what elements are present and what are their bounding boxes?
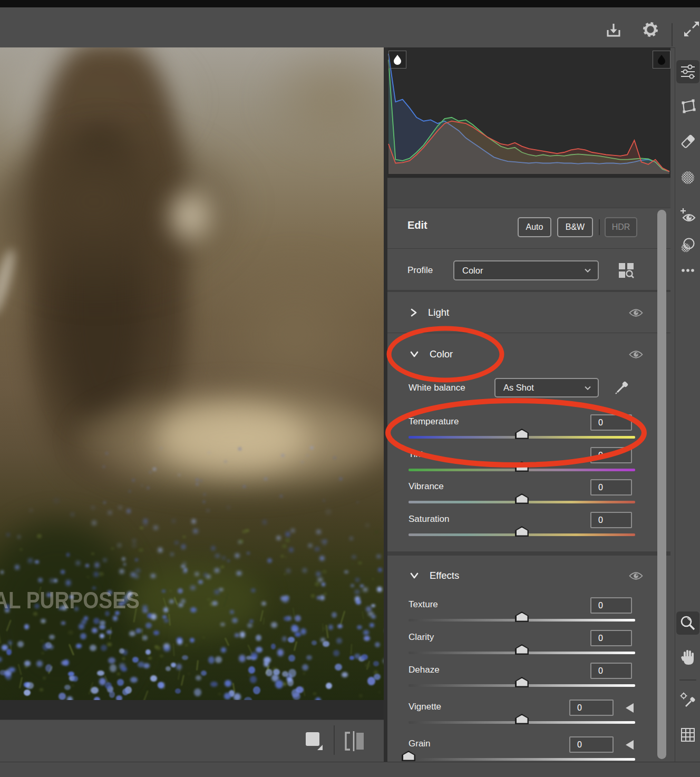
photo-speck [18,677,22,688]
section-gap [387,290,670,292]
hdr-button[interactable]: HDR [605,217,637,237]
photo-speck [8,640,13,645]
vibrance-slider-handle[interactable] [515,493,529,504]
export-download-icon[interactable] [602,19,625,41]
photo-speck [250,676,257,683]
fullscreen-expand-icon[interactable] [680,18,700,40]
photo-speck [359,694,363,697]
effects-section-header[interactable]: Effects [387,567,670,585]
tool-color-sampler[interactable] [676,688,699,712]
tool-crop-rotate[interactable] [676,94,699,118]
tool-presets[interactable] [676,234,699,257]
texture-slider[interactable] [409,619,635,621]
vignette-slider-handle[interactable] [515,714,529,724]
white-balance-dropdown[interactable]: As Shot [494,378,599,397]
tool-hand[interactable] [676,646,699,669]
grain-slider-handle[interactable] [402,751,415,761]
saturation-value[interactable]: 0 [590,512,632,528]
dehaze-slider-handle[interactable] [515,677,529,687]
grain-slider[interactable] [409,758,635,761]
photo-speck [92,628,98,633]
photo-speck [92,507,94,509]
vibrance-value[interactable]: 0 [590,479,632,496]
photo-speck [109,511,111,514]
photo-speck [208,452,210,453]
photo-canvas[interactable]: AL PURPOSES [0,47,384,700]
view-mode-select-icon[interactable] [304,730,325,753]
photo-speck [162,590,166,593]
panel-title: Edit [407,219,427,231]
tool-edit-sliders[interactable] [676,60,699,83]
gear-glyph [640,19,661,40]
clarity-slider[interactable] [409,652,635,654]
tint-slider[interactable] [409,469,635,471]
effects-visibility-eye-icon[interactable] [629,571,643,581]
photo-speck [221,566,224,568]
texture-value[interactable]: 0 [590,597,632,614]
photo-speck [6,619,12,632]
clarity-value[interactable]: 0 [590,630,632,646]
light-visibility-eye-icon[interactable] [629,308,643,318]
vignette-expand-triangle-icon[interactable] [626,703,634,713]
tint-value[interactable]: 0 [590,447,632,463]
white-balance-label: White balance [409,383,465,393]
bw-button[interactable]: B&W [557,217,593,237]
photo-speck [322,570,327,574]
canvas-letterbox [0,700,385,720]
tool-heal-remove[interactable] [676,130,699,153]
color-section-header[interactable]: Color [387,345,670,363]
photo-speck [326,683,332,689]
saturation-slider-handle[interactable] [515,526,529,537]
grain-value[interactable]: 0 [569,736,614,753]
texture-slider-handle[interactable] [515,611,529,622]
vignette-value[interactable]: 0 [569,700,614,716]
clarity-slider-handle[interactable] [515,644,529,655]
photo-speck [1,570,4,574]
light-section-header[interactable]: Light [387,304,670,322]
photo-speck [327,511,329,513]
photo-speck [207,575,210,578]
photo-speck [370,623,374,627]
photo-speck [311,594,315,597]
panel-scrollbar[interactable] [657,210,666,759]
vibrance-label: Vibrance [409,481,444,492]
photo-speck [181,545,186,548]
photo-speck [69,644,74,655]
auto-button[interactable]: Auto [518,217,551,237]
photo-speck [173,597,178,605]
dehaze-value[interactable]: 0 [590,663,632,679]
photo-speck [333,650,339,657]
settings-gear-icon[interactable] [639,18,662,41]
vibrance-slider[interactable] [409,501,635,503]
divider [387,333,670,333]
tool-more-settings[interactable] [676,259,699,282]
tool-grid-overlay[interactable] [676,723,699,746]
temperature-slider[interactable] [409,436,635,439]
photo-speck [91,552,94,555]
profile-browser-icon[interactable] [618,262,635,279]
color-visibility-eye-icon[interactable] [629,349,643,360]
white-balance-eyedropper-icon[interactable] [613,377,632,396]
shadow-clipping-indicator[interactable] [388,51,406,69]
profile-dropdown[interactable]: Color [453,260,599,280]
tool-zoom[interactable] [676,611,699,635]
photo-speck [40,688,43,691]
histogram[interactable] [387,47,670,178]
saturation-slider[interactable] [409,533,635,536]
tool-red-eye[interactable] [676,204,699,227]
photo-speck [141,485,143,487]
photo-speck [183,607,186,608]
vignette-slider[interactable] [409,721,635,724]
dehaze-slider[interactable] [409,684,635,687]
temperature-slider-handle[interactable] [515,429,529,439]
photo-speck [107,643,111,646]
grain-expand-triangle-icon[interactable] [626,740,634,750]
tint-slider-handle[interactable] [515,461,529,472]
highlight-clipping-indicator[interactable] [653,51,670,69]
photo-speck [232,618,238,623]
temperature-value[interactable]: 0 [590,414,632,431]
tool-masking[interactable] [676,166,699,189]
before-after-view-icon[interactable] [343,730,368,753]
photo-speck [237,571,241,575]
saturation-row: Saturation 0 [387,512,670,545]
